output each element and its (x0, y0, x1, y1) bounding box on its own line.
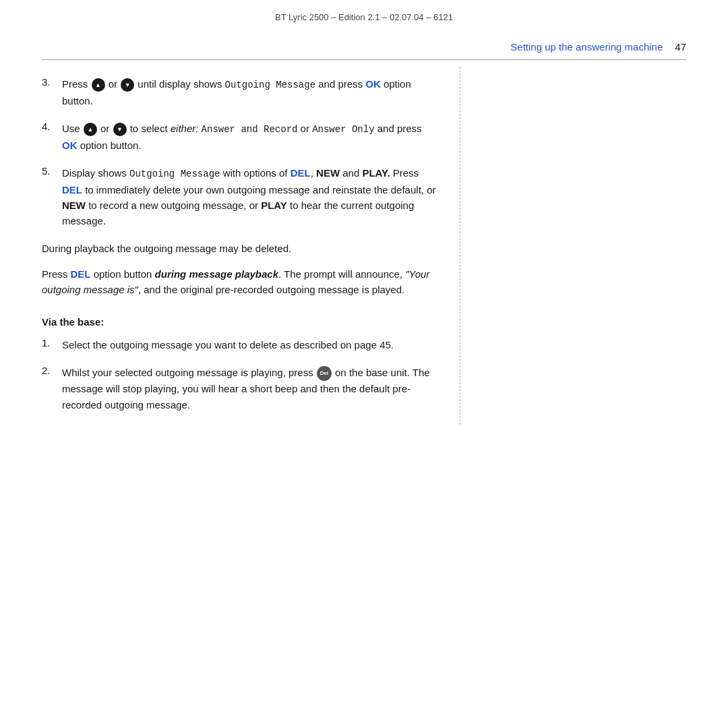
main-layout: 3. Press or until display shows Outgoing… (42, 60, 686, 425)
or-text-1: or (109, 78, 121, 90)
either-label: either: (171, 123, 199, 134)
header-title: BT Lyric 2500 – Edition 2.1 – 02.07.04 –… (275, 12, 453, 22)
page-header: BT Lyric 2500 – Edition 2.1 – 02.07.04 –… (0, 0, 728, 29)
ok-label-2: OK (62, 140, 78, 151)
page-number: 47 (675, 41, 686, 53)
via-base-heading: Via the base: (42, 316, 439, 328)
section-header: Setting up the answering machine 47 (0, 29, 728, 59)
play-label-2: PLAY (261, 200, 287, 211)
answer-record: Answer and Record (202, 124, 298, 135)
item-content: Whilst your selected outgoing message is… (62, 365, 439, 413)
list-item: 5. Display shows Outgoing Message with o… (42, 165, 439, 229)
new-label-1: NEW (316, 167, 340, 179)
right-column (460, 67, 686, 425)
del-label-2: DEL (62, 184, 82, 195)
del-label-3: DEL (71, 268, 91, 280)
display-text-2: Outgoing Message (129, 169, 220, 179)
item-content: Display shows Outgoing Message with opti… (62, 165, 439, 229)
item-content: Use or to select either: Answer and Reco… (62, 121, 439, 153)
del-circle-icon: Del (317, 366, 332, 381)
item-content: Press or until display shows Outgoing Me… (62, 76, 439, 109)
list-item: 1. Select the outgoing message you want … (42, 337, 439, 353)
extra-para-1: During playback the outgoing message may… (42, 241, 439, 256)
del-label-1: DEL (291, 167, 311, 179)
ok-label-1: OK (365, 78, 381, 90)
during-playback-label: during message playback (155, 268, 278, 280)
display-text-1: Outgoing Message (225, 80, 315, 90)
up-arrow-icon (92, 78, 105, 92)
item-content: Select the outgoing message you want to … (62, 337, 439, 353)
section-title: Setting up the answering machine (510, 41, 663, 53)
play-label-1: PLAY. (362, 167, 390, 179)
content-column: 3. Press or until display shows Outgoing… (42, 60, 460, 425)
del-para: Press DEL option button during message p… (42, 266, 439, 298)
list-item: 2. Whilst your selected outgoing message… (42, 365, 439, 413)
item-number: 5. (42, 165, 62, 229)
down-arrow-icon (121, 78, 134, 92)
item-number: 4. (42, 121, 62, 153)
list-item: 3. Press or until display shows Outgoing… (42, 76, 439, 109)
item-number: 2. (42, 365, 62, 413)
list-item: 4. Use or to select either: Answer and R… (42, 121, 439, 153)
item-number: 1. (42, 337, 62, 353)
down-arrow-icon (113, 123, 127, 136)
up-arrow-icon (84, 123, 97, 136)
answer-only: Answer Only (312, 124, 374, 135)
item-number: 3. (42, 76, 62, 109)
new-label-2: NEW (62, 200, 86, 211)
or-text-2: or (100, 123, 113, 134)
